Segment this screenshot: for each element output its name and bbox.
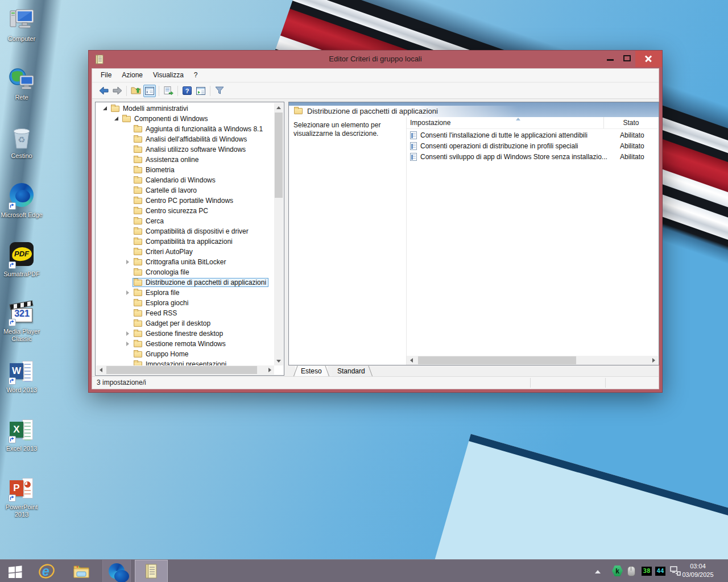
tree-node[interactable]: Esplora giochi	[133, 298, 191, 307]
tree-item[interactable]: Esplora giochi	[96, 298, 274, 308]
tree-node[interactable]: Esplora file	[133, 288, 181, 297]
taskbar-clock[interactable]: 03:04 03/09/2025	[673, 562, 722, 579]
tree-item[interactable]: Assistenza online	[96, 155, 274, 165]
tree-item[interactable]: Componenti di Windows	[96, 114, 274, 124]
tree-node[interactable]: Compatibilità di dispositivi e driver	[133, 227, 251, 236]
tree-item[interactable]: Gestione finestre desktop	[96, 329, 274, 339]
scrollbar-thumb[interactable]	[275, 113, 283, 198]
menu-azione[interactable]: Azione	[117, 69, 148, 82]
mouse-tray-icon[interactable]	[627, 566, 635, 576]
tree-node[interactable]: Gestione remota Windows	[133, 339, 228, 348]
tree-node[interactable]: Centro PC portatile Windows	[133, 196, 235, 205]
expander-icon[interactable]	[125, 331, 133, 336]
menu-visualizza[interactable]: Visualizza	[148, 69, 189, 82]
tree-node[interactable]: Calendario di Windows	[133, 176, 218, 185]
tree-item[interactable]: Distribuzione di pacchetti di applicazio…	[96, 277, 274, 288]
expander-icon[interactable]	[125, 290, 133, 296]
maximize-button[interactable]	[619, 51, 635, 67]
close-button[interactable]	[635, 51, 662, 67]
tree-node[interactable]: Gadget per il desktop	[133, 319, 213, 328]
tree-item[interactable]: Compatibilità di dispositivi e driver	[96, 226, 274, 236]
expander-icon[interactable]	[125, 259, 133, 265]
back-button[interactable]	[97, 85, 110, 97]
tree-item[interactable]: Analisi dell'affidabilità di Windows	[96, 134, 274, 144]
tab-esteso[interactable]: Esteso	[295, 366, 328, 377]
menu-file[interactable]: File	[96, 69, 117, 82]
show-properties-button[interactable]	[195, 85, 207, 97]
tree-node[interactable]: Modelli amministrativi	[110, 104, 191, 113]
taskbar-ie-button[interactable]: e	[33, 560, 60, 582]
tree-horizontal-scrollbar[interactable]	[96, 365, 274, 375]
minimize-button[interactable]	[602, 51, 619, 67]
desktop-icon-word[interactable]: W Word 2013	[1, 358, 43, 394]
tree-node[interactable]: Centro sicurezza PC	[133, 206, 210, 215]
desktop-icon-sumatrapdf[interactable]: PDF SumatraPDF	[1, 241, 43, 278]
filter-button[interactable]	[213, 85, 226, 97]
tree-item[interactable]: Criteri AutoPlay	[96, 247, 274, 257]
tree-item[interactable]: Esplora file	[96, 288, 274, 298]
expander-icon[interactable]	[113, 116, 121, 122]
taskbar-edge-button[interactable]	[102, 560, 131, 582]
desktop-icon-mpc[interactable]: 321 Media Player Classic	[1, 300, 43, 343]
titlebar[interactable]: Editor Criteri di gruppo locali	[89, 51, 662, 68]
show-console-tree-button[interactable]	[143, 85, 156, 97]
tree-node[interactable]: Analisi utilizzo software Windows	[133, 145, 248, 154]
tree-node[interactable]: Cronologia file	[133, 268, 192, 277]
tree-node[interactable]: Gestione finestre desktop	[133, 329, 225, 338]
tree-node[interactable]: Cerca	[133, 217, 166, 226]
tree-item[interactable]: Calendario di Windows	[96, 175, 274, 185]
help-button[interactable]: ?	[181, 85, 193, 97]
scrollbar-thumb[interactable]	[106, 366, 257, 374]
desktop-icon-powerpoint[interactable]: P PowerPoint 2013	[1, 475, 43, 518]
scroll-right-icon[interactable]	[265, 365, 274, 375]
tab-standard[interactable]: Standard	[332, 366, 371, 377]
export-list-button[interactable]	[162, 85, 175, 97]
desktop-icon-cestino[interactable]: ♻ Cestino	[1, 124, 43, 160]
tree-item[interactable]: Centro sicurezza PC	[96, 206, 274, 216]
up-one-level-button[interactable]	[130, 85, 142, 97]
tree-node[interactable]: Componenti di Windows	[121, 114, 210, 123]
start-button[interactable]	[0, 560, 30, 582]
scrollbar-thumb[interactable]	[418, 356, 576, 364]
column-impostazione[interactable]: Impostazione	[410, 119, 450, 127]
expander-icon[interactable]	[102, 106, 110, 111]
forward-button[interactable]	[111, 85, 123, 97]
tree-item[interactable]: Biometria	[96, 165, 274, 175]
expander-icon[interactable]	[125, 341, 133, 347]
scroll-left-icon[interactable]	[96, 365, 105, 375]
scroll-right-icon[interactable]	[649, 356, 658, 365]
column-stato[interactable]: Stato	[604, 119, 658, 127]
scroll-up-icon[interactable]	[274, 103, 283, 112]
show-hidden-icons-icon[interactable]	[595, 570, 601, 573]
tree-item[interactable]: Cerca	[96, 216, 274, 226]
temp-badge-cyan[interactable]: 44	[655, 567, 665, 576]
tree-item[interactable]: Cartelle di lavoro	[96, 185, 274, 196]
tree-item[interactable]: Cronologia file	[96, 267, 274, 277]
tree-node[interactable]: Impostazioni presentazioni	[133, 360, 229, 365]
desktop-icon-edge[interactable]: Microsoft Edge	[1, 182, 43, 219]
tree-node[interactable]: Crittografia unità BitLocker	[133, 257, 228, 267]
taskbar-gpedit-button[interactable]	[135, 560, 168, 582]
tree-item[interactable]: Analisi utilizzo software Windows	[96, 144, 274, 155]
tree-item[interactable]: Impostazioni presentazioni	[96, 359, 274, 365]
tree-item[interactable]: Feed RSS	[96, 308, 274, 318]
setting-row[interactable]: Consenti sviluppo di app di Windows Stor…	[407, 151, 658, 162]
tree-item[interactable]: Gestione remota Windows	[96, 339, 274, 349]
tree-item[interactable]: Modelli amministrativi	[96, 103, 274, 114]
tree-node-selected[interactable]: Distribuzione di pacchetti di applicazio…	[133, 278, 268, 287]
scroll-left-icon[interactable]	[407, 356, 416, 365]
tree-item[interactable]: Compatibilità tra applicazioni	[96, 236, 274, 247]
setting-row[interactable]: Consenti operazioni di distribuzione in …	[407, 140, 658, 151]
tree-node[interactable]: Assistenza online	[133, 155, 201, 164]
tree-node[interactable]: Cartelle di lavoro	[133, 186, 199, 195]
desktop-icon-rete[interactable]: Rete	[1, 65, 43, 101]
tree-node[interactable]: Compatibilità tra applicazioni	[133, 237, 235, 246]
tree-item[interactable]: Aggiunta di funzionalità a Windows 8.1	[96, 124, 274, 134]
tree-node[interactable]: Aggiunta di funzionalità a Windows 8.1	[133, 124, 265, 134]
tree-item[interactable]: Centro PC portatile Windows	[96, 196, 274, 206]
temp-badge-green[interactable]: 38	[642, 567, 652, 576]
taskbar-explorer-button[interactable]	[68, 560, 95, 582]
tree-item[interactable]: Gruppo Home	[96, 349, 274, 359]
scroll-down-icon[interactable]	[274, 356, 283, 365]
desktop-icon-computer[interactable]: Computer	[1, 7, 43, 43]
